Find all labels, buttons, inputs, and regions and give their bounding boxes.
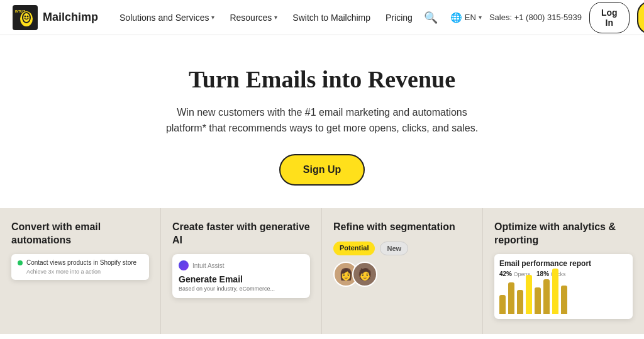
bar-3 [517,290,523,314]
logo[interactable]: INTUIT Mailchimp [13,5,98,30]
segmentation-avatars: 👩 🧑 [333,262,471,287]
bar-4 [526,275,532,314]
feature-title-ai: Create faster with generative AI [172,221,310,247]
solutions-label: Solutions and Services [119,13,209,23]
search-button[interactable]: 🔍 [419,8,443,27]
login-button[interactable]: Log In [589,2,630,33]
navbar: INTUIT Mailchimp Solutions and Services … [0,0,644,35]
bar-chart [499,282,628,314]
bar-8 [561,286,567,314]
ai-mockup: Intuit Assist Generate Email Based on yo… [172,254,310,298]
signup-button-hero[interactable]: Sign Up [279,154,365,186]
mailchimp-logo-icon: INTUIT [13,5,38,30]
bar-6 [543,279,550,314]
ai-sub-label: Based on your industry, eCommerce... [179,286,304,292]
feature-title-automations: Convert with email automations [11,221,149,247]
svg-point-4 [25,15,26,17]
bar-5 [535,287,541,314]
mockup-text: Contact views products in Shopify store [26,259,136,266]
analytics-mockup: Email performance report 42% Opens 18% C… [494,254,633,319]
signup-button-nav[interactable]: Sign Up [637,1,644,34]
nav-resources[interactable]: Resources ▾ [223,9,284,26]
hero-subtext: Win new customers with the #1 email mark… [158,104,486,136]
chevron-down-icon: ▾ [479,14,482,21]
report-title: Email performance report [499,259,628,268]
feature-card-ai: Create faster with generative AI Intuit … [161,208,322,334]
bar-7 [552,269,558,314]
nav-solutions[interactable]: Solutions and Services ▾ [113,9,221,26]
svg-point-5 [27,15,29,17]
feature-card-analytics: Optimize with analytics & reporting Emai… [483,208,644,334]
globe-icon: 🌐 [450,12,462,23]
feature-title-analytics: Optimize with analytics & reporting [494,221,633,247]
hero-section: Turn Emails into Revenue Win new custome… [0,35,644,208]
svg-point-3 [23,13,30,22]
analytics-stats: 42% Opens 18% Clicks [499,270,628,277]
status-dot [18,260,23,265]
stat-clicks: 18% Clicks [536,270,566,277]
svg-text:INTUIT: INTUIT [15,9,25,13]
nav-pricing[interactable]: Pricing [379,9,419,26]
mockup-sub: Achieve 3x more into a action [18,269,143,275]
badge-new: New [380,242,408,255]
feature-card-automations: Convert with email automations Contact v… [0,208,161,334]
ai-badge: Intuit Assist [192,262,225,269]
sales-number: Sales: +1 (800) 315-5939 [489,13,582,22]
pricing-label: Pricing [386,13,413,23]
automations-mockup: Contact views products in Shopify store … [11,254,149,280]
avatar-2: 🧑 [352,262,377,287]
lang-label: EN [465,13,476,22]
features-section: Convert with email automations Contact v… [0,208,644,334]
feature-card-segmentation: Refine with segmentation Potential New 👩… [322,208,483,334]
hero-headline: Turn Emails into Revenue [189,65,455,94]
segmentation-badges: Potential New [333,242,471,255]
nav-actions: 🔍 🌐 EN ▾ Sales: +1 (800) 315-5939 Log In… [419,1,644,34]
ai-header: Intuit Assist [179,260,304,270]
chevron-down-icon: ▾ [274,14,277,21]
chevron-down-icon: ▾ [211,14,214,21]
intuit-assist-icon [179,260,189,270]
brand-name: Mailchimp [43,11,98,24]
switch-label: Switch to Mailchimp [292,13,370,23]
badge-potential: Potential [333,242,375,255]
ai-generate-label: Generate Email [179,274,304,284]
language-selector[interactable]: 🌐 EN ▾ [450,12,482,23]
resources-label: Resources [230,13,272,23]
nav-links: Solutions and Services ▾ Resources ▾ Swi… [113,9,419,26]
feature-title-segmentation: Refine with segmentation [333,221,471,234]
bar-1 [499,295,506,314]
bar-2 [508,282,514,314]
nav-switch[interactable]: Switch to Mailchimp [286,9,377,26]
